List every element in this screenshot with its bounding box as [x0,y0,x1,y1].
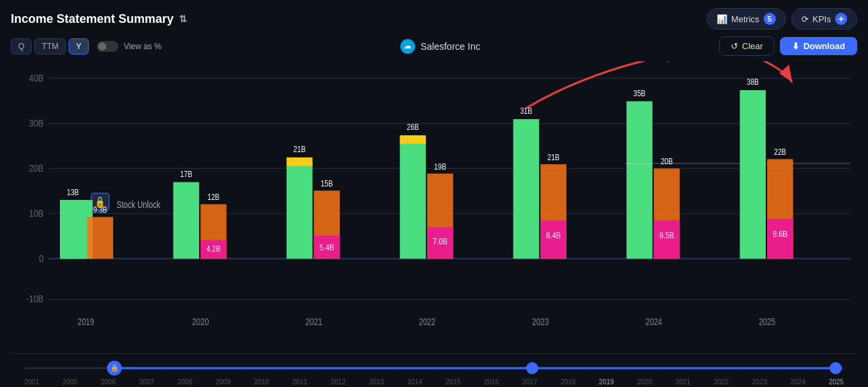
chart-area: 40B 30B 20B 10B 0 -10B 🔒 Stock Unlock [11,61,857,351]
svg-text:12B: 12B [207,192,219,201]
svg-text:7.0B: 7.0B [433,236,447,246]
metrics-button[interactable]: 📊 Metrics 5 [707,8,786,30]
year-2014: 2014 [407,378,422,386]
kpis-plus-icon: + [835,13,847,25]
page-title: Income Statement Summary ⇅ [11,12,187,26]
clear-button[interactable]: ↺ Clear [719,36,774,56]
svg-text:2019: 2019 [77,317,94,327]
timeline-slider: 🔒 2001 2005 2006 2007 2008 2009 2010 201… [11,353,857,382]
lock-icon: 🔒 [110,364,118,372]
header-right: 📊 Metrics 5 ⟳ KPIs + [707,8,857,30]
period-y-button[interactable]: Y [69,38,89,55]
year-2011: 2011 [293,378,308,386]
bar-2021-yellow [287,157,313,166]
bar-2020-green [173,182,199,259]
svg-text:2022: 2022 [419,317,435,327]
year-2006: 2006 [101,378,116,386]
svg-text:2025: 2025 [759,317,776,327]
timeline-left-handle[interactable]: 🔒 [107,361,122,376]
metrics-chart-icon: 📊 [717,14,727,24]
svg-text:5.4B: 5.4B [320,242,334,252]
svg-text:22B: 22B [774,147,786,156]
svg-text:30B: 30B [29,118,44,129]
svg-text:19B: 19B [434,162,446,171]
year-2023: 2023 [752,378,767,386]
timeline-labels: 2001 2005 2006 2007 2008 2009 2010 2011 … [24,378,844,386]
year-2015: 2015 [445,378,460,386]
year-2009: 2009 [216,378,231,386]
timeline-track-container: 🔒 2001 2005 2006 2007 2008 2009 2010 201… [24,361,844,375]
svg-text:8.4B: 8.4B [546,230,561,240]
download-label: Download [803,41,845,51]
svg-text:17B: 17B [180,170,192,178]
year-2005: 2005 [63,378,77,386]
year-2019: 2019 [599,378,614,386]
svg-text:15B: 15B [321,179,333,188]
bar-2019-green [60,200,86,258]
svg-text:13B: 13B [67,188,79,197]
svg-text:21B: 21B [548,153,560,162]
bar-2021-green [287,164,313,259]
svg-text:-10B: -10B [26,293,44,305]
period-ttm-button[interactable]: TTM [34,38,66,55]
download-icon: ⬇ [792,41,799,51]
bar-2024-green [626,101,653,258]
year-2017: 2017 [522,378,537,386]
year-2008: 2008 [178,378,192,386]
metrics-badge: 5 [764,13,776,25]
view-as-pct-label: View as % [124,42,161,51]
bar-2019-orange [87,217,114,258]
svg-text:8.5B: 8.5B [659,230,674,240]
svg-text:20B: 20B [661,157,673,166]
svg-text:2021: 2021 [305,317,322,327]
year-2022: 2022 [714,378,729,386]
svg-text:4.2B: 4.2B [207,244,221,253]
clear-icon: ↺ [731,41,738,51]
year-2012: 2012 [331,378,346,386]
period-q-button[interactable]: Q [11,38,32,55]
metrics-label: Metrics [731,14,760,24]
salesforce-icon: ☁ [400,39,415,54]
timeline-far-right-handle[interactable] [830,362,842,374]
svg-text:0: 0 [39,253,44,265]
kpis-label: KPIs [813,14,831,24]
year-2018: 2018 [560,378,575,386]
view-as-pct-toggle: View as % [97,41,161,52]
bar-2022-green [400,141,426,259]
svg-text:40B: 40B [29,73,44,84]
svg-text:2020: 2020 [192,317,209,327]
svg-text:Stock Unlock: Stock Unlock [116,199,161,209]
year-2016: 2016 [484,378,499,386]
company-name: Salesforce Inc [421,41,480,52]
svg-text:21B: 21B [293,145,305,153]
chart-svg-wrap: 40B 30B 20B 10B 0 -10B 🔒 Stock Unlock [11,61,857,351]
timeline-active-track [114,367,836,369]
kpis-icon: ⟳ [801,14,809,24]
svg-text:20B: 20B [29,163,44,174]
year-2020: 2020 [637,378,652,386]
kpis-button[interactable]: ⟳ KPIs + [791,8,857,30]
year-2021: 2021 [676,378,690,386]
year-2001: 2001 [24,378,39,386]
period-buttons: Q TTM Y [11,38,89,55]
pct-toggle[interactable] [97,41,118,52]
svg-text:8.6B: 8.6B [772,228,787,238]
year-2024: 2024 [791,378,805,386]
bar-2022-yellow [400,135,426,144]
svg-text:2023: 2023 [532,317,549,327]
clear-label: Clear [742,41,763,51]
header-row: Income Statement Summary ⇅ 📊 Metrics 5 ⟳… [11,8,857,30]
download-button[interactable]: ⬇ Download [780,37,857,55]
action-buttons: ↺ Clear ⬇ Download [719,36,857,56]
bar-2023-green [513,119,540,258]
year-2013: 2013 [369,378,384,386]
bar-chart: 40B 30B 20B 10B 0 -10B 🔒 Stock Unlock [11,61,857,351]
timeline-right-handle-2019[interactable] [526,362,538,374]
sort-icon[interactable]: ⇅ [179,13,187,24]
year-2007: 2007 [139,378,154,386]
svg-text:9.3B: 9.3B [93,205,107,214]
company-label: ☁ Salesforce Inc [400,39,480,54]
title-text: Income Statement Summary [11,12,174,26]
year-2025: 2025 [829,378,844,386]
svg-text:10B: 10B [29,208,44,219]
